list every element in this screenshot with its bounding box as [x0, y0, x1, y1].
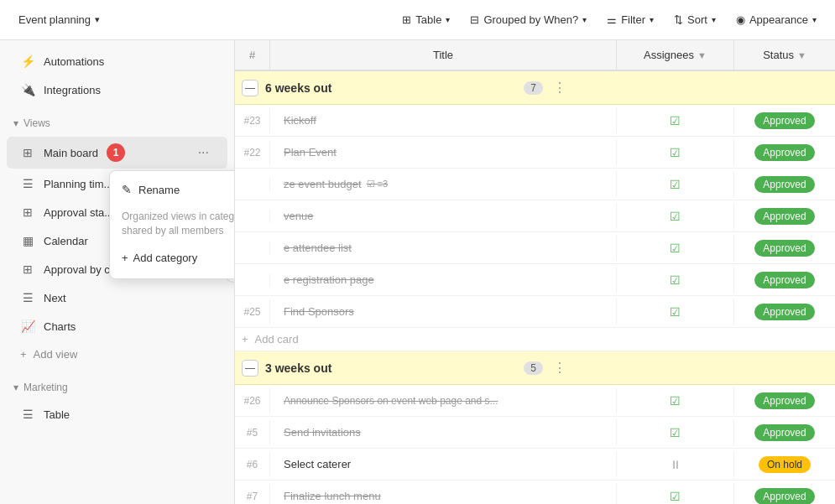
plug-icon: 🔌	[20, 83, 35, 96]
filter-icon: ⚌	[607, 13, 617, 26]
group-options-button[interactable]: ⋮	[550, 78, 570, 97]
sort-assignees-icon: ▼	[697, 50, 707, 60]
filter-button[interactable]: ⚌ Filter ▾	[598, 8, 662, 31]
col-title-header: Title	[270, 40, 617, 70]
check-icon: ☑	[670, 273, 681, 287]
status-badge: Approved	[754, 144, 814, 161]
group-collapse-button-2[interactable]: —	[242, 360, 258, 377]
sidebar-item-table[interactable]: ☰ Table	[7, 401, 227, 428]
status-badge: Approved	[754, 176, 814, 193]
chart-icon: 📈	[20, 320, 35, 333]
toolbar: Event planning ▾ ⊞ Table ▾ ⊟ Grouped by …	[0, 0, 835, 40]
check-icon: ☑	[670, 242, 681, 255]
sidebar-item-main-board[interactable]: ⊞ Main board 1 ···	[7, 137, 227, 169]
add-card-button[interactable]: + Add card	[235, 328, 835, 351]
table-row: #25 Find Sponsors ☑ Approved	[235, 296, 835, 328]
check-icon: ☑	[670, 178, 681, 191]
sort-status-icon: ▼	[797, 50, 806, 60]
group-6-weeks-out: — 6 weeks out 7 ⋮	[235, 71, 835, 105]
toolbar-left: Event planning ▾	[10, 8, 108, 31]
chevron-down-icon: ▾	[712, 15, 716, 24]
project-title[interactable]: Event planning ▾	[10, 8, 108, 31]
group-options-button-2[interactable]: ⋮	[550, 358, 570, 377]
table-row: e attendee list ☑ Approved	[235, 232, 835, 264]
table-icon: ⊞	[20, 205, 35, 219]
check-icon: ☑	[670, 490, 681, 503]
table-icon: ⊞	[402, 13, 411, 26]
status-badge: Approved	[754, 488, 814, 505]
status-badge: Approved	[754, 112, 814, 129]
table-row: #5 Send invitations ☑ Approved	[235, 417, 835, 449]
sort-button[interactable]: ⇅ Sort ▾	[665, 8, 724, 31]
table-row: #22 Plan Event ☑ Approved	[235, 137, 835, 169]
collapse-icon[interactable]: ▾	[13, 117, 18, 129]
chevron-down-icon: ▾	[812, 15, 817, 24]
group-icon: ⊟	[470, 13, 479, 26]
status-badge: On hold	[759, 456, 811, 473]
chevron-down-icon: ▾	[446, 15, 450, 24]
table-row: ze event budget ☑ ≡3 ☑ Approved	[235, 169, 835, 200]
group-3-weeks-out: — 3 weeks out 5 ⋮	[235, 351, 835, 385]
add-view-button[interactable]: + Add view	[7, 341, 227, 367]
collapse-marketing-icon[interactable]: ▾	[13, 382, 18, 393]
calendar-icon: ▦	[20, 234, 35, 247]
rename-icon: ✎	[122, 183, 132, 196]
table-row: e registration page ☑ Approved	[235, 264, 835, 296]
group-count-2: 5	[524, 361, 543, 375]
table-button[interactable]: ⊞ Table ▾	[394, 8, 458, 31]
marketing-section-header: ▾ Marketing	[0, 375, 234, 400]
chevron-down-icon: ▾	[582, 15, 587, 24]
context-menu-desc: Organized views in categories shared by …	[110, 203, 235, 243]
table-row: #7 Finalize lunch menu ☑ Approved	[235, 481, 835, 504]
table-header: # Title Assignees ▼ Status ▼	[235, 40, 835, 71]
check-icon: ☑	[670, 114, 681, 127]
list3-icon: ☰	[20, 408, 35, 421]
sidebar-item-next[interactable]: ☰ Next	[7, 284, 227, 311]
status-badge: Approved	[754, 272, 814, 288]
group-collapse-button[interactable]: —	[242, 80, 258, 96]
chevron-down-icon: ▾	[650, 15, 654, 24]
badge-1: 1	[107, 143, 125, 162]
col-status-header[interactable]: Status ▼	[734, 40, 835, 70]
status-badge: Approved	[754, 208, 814, 225]
sidebar-item-automations[interactable]: ⚡ Automations	[7, 48, 227, 75]
plus-icon: +	[20, 348, 27, 361]
table-row: #26 Announce Sponsors on event web page …	[235, 385, 835, 417]
col-hash-header: #	[235, 40, 270, 70]
sort-icon: ⇅	[674, 13, 683, 26]
check-icon: ☑	[670, 394, 681, 408]
table-row: #6 Select caterer ⏸ On hold	[235, 449, 835, 481]
group-title: 6 weeks out	[265, 81, 517, 95]
add-category-menu-item[interactable]: + Add category 2	[110, 243, 235, 273]
list-icon: ☰	[20, 177, 35, 190]
pause-icon: ⏸	[670, 458, 681, 471]
rename-menu-item[interactable]: ✎ Rename	[110, 176, 235, 203]
grid2-icon: ⊞	[20, 262, 35, 276]
sidebar-item-charts[interactable]: 📈 Charts	[7, 313, 227, 340]
col-assignees-header[interactable]: Assignees ▼	[617, 40, 734, 70]
eye-icon: ◉	[736, 13, 745, 26]
check-icon: ☑	[670, 426, 681, 439]
views-section-header: ▾ Views	[0, 111, 234, 136]
status-badge: Approved	[754, 392, 814, 409]
status-badge: Approved	[754, 424, 814, 441]
list2-icon: ☰	[20, 291, 35, 304]
subtask-icon: ☑ ≡3	[367, 179, 389, 190]
sidebar: ⚡ Automations 🔌 Integrations ▾ Views ⊞ M…	[0, 40, 235, 504]
status-badge: Approved	[754, 240, 814, 257]
appearance-button[interactable]: ◉ Appearance ▾	[728, 8, 825, 31]
sidebar-item-integrations[interactable]: 🔌 Integrations	[7, 76, 227, 103]
context-menu: ✎ Rename Organized views in categories s…	[109, 170, 235, 279]
data-table: # Title Assignees ▼ Status ▼ — 6 weeks o…	[235, 40, 835, 504]
plus-icon: +	[242, 333, 248, 346]
more-options-button[interactable]: ···	[193, 144, 214, 161]
group-count: 7	[524, 81, 543, 95]
check-icon: ☑	[670, 305, 681, 319]
main-layout: ⚡ Automations 🔌 Integrations ▾ Views ⊞ M…	[0, 40, 835, 504]
plus-icon: +	[122, 252, 128, 264]
chevron-down-icon: ▾	[95, 14, 100, 25]
grid-icon: ⊞	[20, 146, 35, 159]
grouped-button[interactable]: ⊟ Grouped by When? ▾	[462, 8, 595, 31]
status-badge: Approved	[754, 304, 814, 320]
content-area: # Title Assignees ▼ Status ▼ — 6 weeks o…	[235, 40, 835, 504]
